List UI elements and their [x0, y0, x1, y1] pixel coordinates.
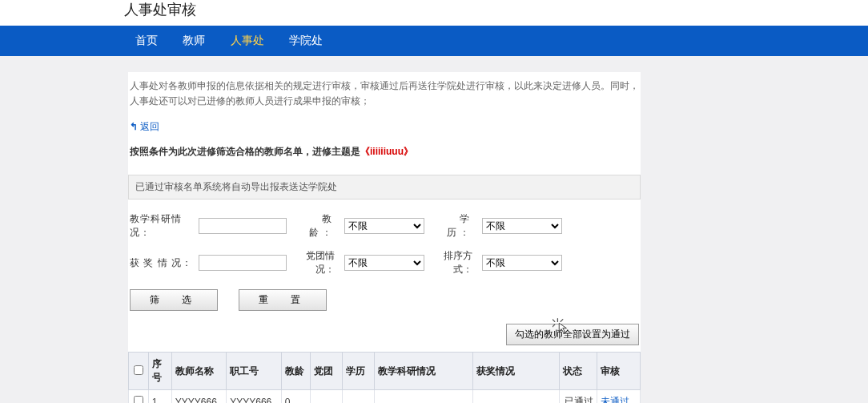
research-input[interactable] — [199, 218, 287, 234]
rule-topic: 《iiiiiiuuu》 — [360, 146, 413, 157]
sort-select[interactable]: 不限 — [482, 255, 562, 271]
note-bar: 已通过审核名单系统将自动导出报表送达学院处 — [128, 175, 641, 199]
filter-label-award: 获 奖 情 况： — [130, 256, 192, 270]
cell-party — [310, 390, 342, 403]
button-row: 筛 选 重 置 — [128, 281, 641, 317]
audit-link[interactable]: 未通过 — [601, 396, 629, 403]
top-nav: 首页 教师 人事处 学院处 — [0, 26, 868, 56]
row-checkbox[interactable] — [134, 396, 143, 403]
rule-prefix: 按照条件为此次进修筛选合格的教师名单，进修主题是 — [130, 146, 360, 157]
th-idx: 序号 — [148, 353, 171, 390]
edu-select[interactable]: 不限 — [482, 218, 562, 234]
filter-label-age: 教 龄： — [293, 212, 338, 240]
filter-row-1: 教学科研情况： 教 龄： 不限 学 历： 不限 — [128, 208, 641, 244]
th-research: 教学科研情况 — [375, 353, 473, 390]
cell-age: 0 — [281, 390, 310, 403]
set-all-pass-button[interactable]: 勾选的教师全部设置为通过 — [506, 324, 639, 345]
filter-label-sort: 排序方式： — [431, 249, 476, 276]
nav-home[interactable]: 首页 — [124, 26, 169, 56]
cell-idx: 1 — [148, 390, 171, 403]
cell-award — [473, 390, 560, 403]
table-row: 1 YYYY666 YYYY666 0 已通过 未通过 — [129, 390, 641, 403]
select-all-checkbox[interactable] — [134, 365, 143, 375]
cell-name: YYYY666 — [171, 390, 226, 403]
th-checkbox — [129, 353, 149, 390]
th-status: 状态 — [560, 353, 597, 390]
filter-label-research: 教学科研情况： — [130, 212, 192, 240]
teacher-table: 序号 教师名称 职工号 教龄 党团 学历 教学科研情况 获奖情况 状态 审核 — [128, 352, 641, 403]
filter-label-edu: 学 历： — [431, 212, 476, 240]
th-name: 教师名称 — [171, 353, 226, 390]
th-age: 教龄 — [281, 353, 310, 390]
th-gh: 职工号 — [227, 353, 281, 390]
description-text: 人事处对各教师申报的信息依据相关的规定进行审核，审核通过后再送往学院处进行审核，… — [128, 72, 641, 117]
nav-hr[interactable]: 人事处 — [219, 26, 275, 56]
cell-edu — [342, 390, 374, 403]
table-header-row: 序号 教师名称 职工号 教龄 党团 学历 教学科研情况 获奖情况 状态 审核 — [129, 353, 641, 390]
back-link[interactable]: 返回 — [128, 117, 641, 142]
filter-label-party: 党团情况： — [293, 249, 338, 276]
party-select[interactable]: 不限 — [344, 255, 424, 271]
filter-row-2: 获 奖 情 况： 党团情况： 不限 排序方式： 不限 — [128, 244, 641, 281]
set-pass-row: 勾选的教师全部设置为通过 — [128, 317, 641, 352]
cell-research — [375, 390, 473, 403]
nav-teacher[interactable]: 教师 — [171, 26, 216, 56]
reset-button[interactable]: 重 置 — [239, 289, 327, 311]
th-audit: 审核 — [597, 353, 641, 390]
th-party: 党团 — [310, 353, 342, 390]
cell-status: 已通过 — [560, 390, 597, 403]
cell-audit: 未通过 — [597, 390, 641, 403]
cell-gh: YYYY666 — [227, 390, 281, 403]
th-award: 获奖情况 — [473, 353, 560, 390]
page-title: 人事处审核 — [0, 0, 868, 26]
age-select[interactable]: 不限 — [344, 218, 424, 234]
filter-button[interactable]: 筛 选 — [130, 289, 218, 311]
award-input[interactable] — [199, 255, 287, 271]
nav-college[interactable]: 学院处 — [278, 26, 334, 56]
th-edu: 学历 — [342, 353, 374, 390]
rule-line: 按照条件为此次进修筛选合格的教师名单，进修主题是《iiiiiiuuu》 — [128, 142, 641, 165]
